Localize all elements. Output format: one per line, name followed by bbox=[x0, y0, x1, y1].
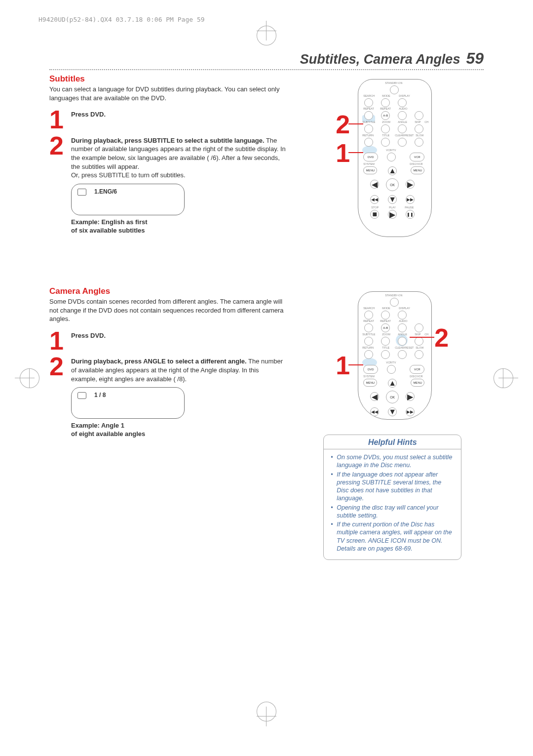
step-number: 1 bbox=[49, 108, 66, 131]
hint-item: If the language does not appear after pr… bbox=[331, 471, 454, 503]
step-text: During playback, press SUBTITLE to selec… bbox=[71, 134, 286, 180]
step-text: Press DVD. bbox=[71, 111, 106, 118]
divider bbox=[49, 69, 484, 70]
callout-1: 1 bbox=[336, 140, 350, 166]
page-number: 59 bbox=[466, 49, 484, 68]
remote-diagram-angles: STANDBY-ON SEARCH MODE DISPLAY REPEAT RE… bbox=[341, 286, 444, 425]
remote-diagram-subtitles: STANDBY-ON SEARCH MODE DISPLAY REPEAT RE… bbox=[341, 74, 444, 242]
step-number: 2 bbox=[49, 134, 66, 158]
angle-display-value: 1 / 8 bbox=[94, 392, 106, 398]
angle-example-caption: Example: Angle 1 of eight available angl… bbox=[71, 422, 286, 438]
callout-1: 1 bbox=[336, 353, 350, 378]
callout-2: 2 bbox=[336, 112, 350, 137]
angle-display-box: 1 / 8 bbox=[71, 387, 185, 419]
hint-item: If the current portion of the Disc has m… bbox=[331, 520, 454, 553]
step-text: Press DVD. bbox=[71, 332, 106, 339]
callout-2: 2 bbox=[434, 325, 449, 351]
subtitles-heading: Subtitles bbox=[49, 74, 286, 84]
page-title-row: Subtitles, Camera Angles 59 bbox=[49, 49, 484, 68]
step-text: During playback, press ANGLE to select a… bbox=[71, 355, 286, 383]
angles-intro: Some DVDs contain scenes recorded from d… bbox=[49, 297, 286, 323]
subtitles-step-1: 1 Press DVD. bbox=[49, 108, 286, 131]
print-header-meta: H9420UD(p52-84).QX4 03.7.18 0:06 PM Page… bbox=[38, 16, 205, 23]
hint-item: Opening the disc tray will cancel your s… bbox=[331, 504, 454, 520]
step-number: 2 bbox=[49, 355, 66, 378]
helpful-hints-box: Helpful Hints On some DVDs, you must sel… bbox=[323, 435, 461, 560]
step-number: 1 bbox=[49, 329, 66, 353]
hints-title: Helpful Hints bbox=[324, 435, 461, 449]
subtitle-example-caption: Example: English as first of six availab… bbox=[71, 218, 286, 235]
angles-step-2: 2 During playback, press ANGLE to select… bbox=[49, 355, 286, 383]
subtitle-display-box: 1.ENG/6 bbox=[71, 184, 185, 215]
subtitles-intro: You can select a language for DVD subtit… bbox=[49, 85, 286, 102]
camera-icon bbox=[77, 392, 86, 399]
page-title: Subtitles, Camera Angles bbox=[300, 52, 460, 67]
angles-step-1: 1 Press DVD. bbox=[49, 329, 286, 353]
subtitles-step-2: 2 During playback, press SUBTITLE to sel… bbox=[49, 134, 286, 180]
subtitle-icon bbox=[77, 189, 86, 196]
angles-heading: Camera Angles bbox=[49, 286, 286, 296]
hint-item: On some DVDs, you must select a subtitle… bbox=[331, 453, 454, 470]
subtitle-display-value: 1.ENG/6 bbox=[94, 188, 117, 195]
